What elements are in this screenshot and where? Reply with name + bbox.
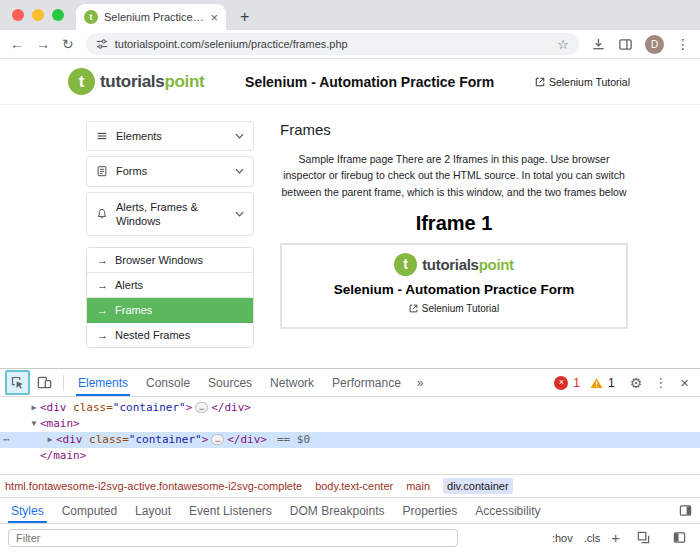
pane-tab-properties[interactable]: Properties bbox=[394, 498, 467, 523]
reload-icon[interactable]: ↻ bbox=[62, 37, 74, 51]
downloads-icon[interactable] bbox=[591, 37, 606, 52]
practice-sidebar: Elements Forms Alerts, Frames & Windows … bbox=[86, 121, 254, 348]
arrow-right-icon: → bbox=[97, 304, 108, 316]
sidebar-pane-tabs: Styles Computed Layout Event Listeners D… bbox=[0, 497, 700, 524]
devtools-settings-icon[interactable]: ⚙ bbox=[625, 375, 648, 391]
new-style-rule-icon[interactable]: + bbox=[611, 530, 620, 545]
tutorialspoint-logo[interactable]: t tutorialspoint bbox=[68, 68, 204, 95]
breadcrumb-body[interactable]: body.text-center bbox=[315, 480, 393, 492]
tutorial-link-label: Selenium Tutorial bbox=[422, 303, 499, 314]
dom-node-row-selected[interactable]: ⋯▶<div class="container">…</div>== $0 bbox=[0, 432, 700, 448]
devtools-close-icon[interactable]: × bbox=[674, 374, 695, 391]
more-tabs-icon[interactable]: » bbox=[411, 376, 430, 390]
warning-icon[interactable] bbox=[590, 377, 603, 389]
sidebar-item-label: Alerts bbox=[115, 279, 143, 291]
pane-tab-event-listeners[interactable]: Event Listeners bbox=[180, 498, 281, 523]
breadcrumb-main[interactable]: main bbox=[406, 480, 430, 492]
section-description: Sample Iframe page There are 2 Iframes i… bbox=[280, 151, 628, 200]
panel-toggle-icon[interactable] bbox=[667, 525, 692, 550]
sidebar-item-browser-windows[interactable]: → Browser Windows bbox=[87, 248, 253, 273]
devtools-tab-sources[interactable]: Sources bbox=[200, 369, 260, 396]
element-classes-button[interactable]: .cls bbox=[584, 532, 601, 544]
dom-node-row[interactable]: </main> bbox=[0, 448, 700, 464]
tab-close-icon[interactable]: × bbox=[210, 11, 218, 24]
sidebar-item-frames[interactable]: → Frames bbox=[87, 298, 253, 323]
inspect-cursor-icon bbox=[10, 375, 25, 390]
side-panel-icon[interactable] bbox=[618, 37, 633, 52]
accordion-alerts-frames-windows[interactable]: Alerts, Frames & Windows bbox=[86, 192, 254, 237]
node-options-icon[interactable]: ⋯ bbox=[3, 432, 11, 448]
page-title: Selenium - Automation Practice Form bbox=[245, 74, 494, 90]
browser-window: t Selenium Practice - Frames × + ← → ↻ t… bbox=[0, 0, 700, 556]
arrow-right-icon: → bbox=[97, 279, 108, 291]
expand-arrow-icon[interactable]: ▶ bbox=[28, 400, 40, 416]
close-window-button[interactable] bbox=[12, 9, 24, 21]
error-count[interactable]: 1 bbox=[573, 376, 580, 390]
bookmark-star-icon[interactable]: ☆ bbox=[557, 37, 569, 52]
dom-node-row[interactable]: ▼<main> bbox=[0, 416, 700, 432]
logo-text-dark: tutorials bbox=[422, 256, 478, 273]
pane-tab-computed[interactable]: Computed bbox=[53, 498, 126, 523]
accordion-label: Alerts, Frames & Windows bbox=[116, 200, 227, 229]
devtools-panel: Elements Console Sources Network Perform… bbox=[0, 368, 700, 556]
expand-arrow-icon[interactable]: ▶ bbox=[44, 432, 56, 448]
iframe-tutorialspoint-logo[interactable]: t tutorialspoint bbox=[288, 253, 620, 276]
devtools-tab-console[interactable]: Console bbox=[138, 369, 198, 396]
address-bar[interactable]: tutorialspoint.com/selenium/practice/fra… bbox=[86, 33, 579, 55]
minimize-window-button[interactable] bbox=[32, 9, 44, 21]
breadcrumb-html[interactable]: html.fontawesome-i2svg-active.fontawesom… bbox=[5, 480, 302, 492]
accordion-elements[interactable]: Elements bbox=[86, 121, 254, 151]
toggle-element-state-button[interactable]: :hov bbox=[552, 532, 573, 544]
code-token: <div bbox=[40, 401, 67, 414]
site-settings-icon[interactable] bbox=[96, 38, 108, 50]
iframe-selenium-tutorial-link[interactable]: Selenium Tutorial bbox=[409, 303, 499, 314]
collapse-arrow-icon[interactable]: ▼ bbox=[28, 416, 40, 432]
devtools-tab-network[interactable]: Network bbox=[262, 369, 322, 396]
url-text: tutorialspoint.com/selenium/practice/fra… bbox=[115, 38, 551, 50]
back-icon[interactable]: ← bbox=[10, 37, 24, 51]
arrow-right-icon: → bbox=[97, 329, 108, 341]
code-token: </div> bbox=[227, 433, 267, 446]
browser-menu-icon[interactable]: ⋮ bbox=[676, 37, 690, 51]
selenium-tutorial-link[interactable]: Selenium Tutorial bbox=[535, 76, 630, 88]
device-toolbar-button[interactable] bbox=[32, 370, 57, 395]
devtools-toolbar: Elements Console Sources Network Perform… bbox=[0, 369, 700, 397]
styles-filter-row: :hov .cls + bbox=[0, 524, 700, 551]
collapsed-content-icon[interactable]: … bbox=[195, 402, 208, 413]
web-page: t tutorialspoint Selenium - Automation P… bbox=[0, 58, 700, 368]
dom-node-row[interactable]: ▶<div class="container">…</div> bbox=[0, 400, 700, 416]
accordion-forms[interactable]: Forms bbox=[86, 156, 254, 186]
sidebar-item-label: Browser Windows bbox=[115, 254, 203, 266]
maximize-window-button[interactable] bbox=[52, 9, 64, 21]
tab-favicon-icon: t bbox=[84, 10, 98, 24]
sidebar-list: → Browser Windows → Alerts → Frames → Ne… bbox=[86, 247, 254, 348]
external-link-icon bbox=[409, 304, 418, 313]
inspect-element-button[interactable] bbox=[5, 370, 30, 395]
window-controls bbox=[8, 0, 76, 30]
error-icon[interactable]: × bbox=[554, 376, 568, 390]
new-tab-button[interactable]: + bbox=[226, 4, 263, 30]
code-token: class= bbox=[83, 433, 129, 446]
breadcrumb-div-container[interactable]: div.container bbox=[443, 478, 513, 494]
sidebar-item-label: Nested Frames bbox=[115, 329, 190, 341]
pane-tab-styles[interactable]: Styles bbox=[2, 498, 53, 523]
sidebar-item-nested-frames[interactable]: → Nested Frames bbox=[87, 323, 253, 347]
computed-styles-sidebar-icon[interactable] bbox=[631, 525, 656, 550]
pane-tab-dom-breakpoints[interactable]: DOM Breakpoints bbox=[281, 498, 394, 523]
sidebar-item-alerts[interactable]: → Alerts bbox=[87, 273, 253, 298]
pane-tab-layout[interactable]: Layout bbox=[126, 498, 180, 523]
form-icon bbox=[96, 165, 108, 177]
devtools-tab-performance[interactable]: Performance bbox=[324, 369, 409, 396]
forward-icon[interactable]: → bbox=[36, 37, 50, 51]
dock-side-icon[interactable] bbox=[673, 498, 698, 523]
collapsed-content-icon[interactable]: … bbox=[211, 434, 224, 445]
devtools-menu-icon[interactable]: ⋮ bbox=[649, 375, 672, 390]
warning-count[interactable]: 1 bbox=[608, 376, 615, 390]
styles-filter-input[interactable] bbox=[8, 529, 458, 547]
external-link-icon bbox=[535, 77, 545, 87]
profile-avatar[interactable]: D bbox=[645, 35, 664, 54]
devtools-tab-elements[interactable]: Elements bbox=[70, 369, 136, 396]
browser-tab[interactable]: t Selenium Practice - Frames × bbox=[76, 4, 226, 30]
chevron-down-icon bbox=[235, 211, 244, 217]
pane-tab-accessibility[interactable]: Accessibility bbox=[466, 498, 549, 523]
